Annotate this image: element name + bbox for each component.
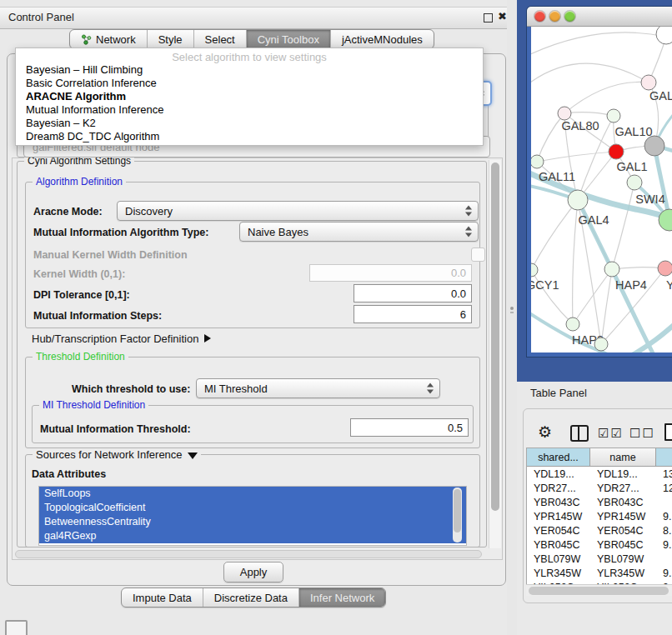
gear-icon[interactable]: ⚙ (538, 422, 552, 441)
network-window: GAL7GAL80GAL10GAL1GAL11SWI4GAL4GCY1HAP4Y… (527, 7, 672, 357)
sources-toggle[interactable]: Sources for Network Inference (33, 448, 201, 461)
minimize-traffic-light[interactable] (549, 11, 560, 22)
mi-threshold-value: 0.5 (448, 422, 463, 434)
network-node[interactable] (627, 175, 642, 190)
split-columns-icon[interactable] (570, 425, 589, 442)
network-node-gal1[interactable] (609, 144, 624, 159)
network-node-label: GAL10 (614, 125, 652, 138)
aracne-mode-value: Discovery (125, 205, 173, 218)
data-attribute-item[interactable]: SelfLoops (39, 487, 466, 501)
settings-vertical-scrollbar[interactable] (489, 160, 501, 548)
network-node[interactable] (656, 27, 672, 44)
table-cell: YPR145W (590, 511, 656, 522)
tab-label: Discretize Data (214, 592, 288, 604)
network-node-gal80[interactable] (558, 107, 571, 120)
table-row[interactable]: YDL19...YDL19...13 (527, 467, 672, 481)
network-node-gal7[interactable] (641, 75, 656, 90)
column-header[interactable]: shared... (527, 448, 590, 467)
data-attribute-item[interactable]: TopologicalCoefficient (39, 501, 466, 515)
table-cell: YDR27... (527, 482, 590, 494)
sources-title: Sources for Network Inference (36, 448, 183, 461)
splitter-handle[interactable] (510, 307, 514, 310)
network-node[interactable] (594, 338, 608, 351)
table-cell: YDL19... (527, 468, 590, 480)
kernel-width-label: Kernel Width (0,1): (33, 268, 125, 280)
network-canvas[interactable]: GAL7GAL80GAL10GAL1GAL11SWI4GAL4GCY1HAP4Y… (527, 27, 672, 357)
hub-definition-toggle[interactable]: Hub/Transcription Factor Definition (32, 332, 211, 345)
network-node-gal11[interactable] (531, 155, 544, 168)
tab-discretize-data[interactable]: Discretize Data (203, 588, 299, 607)
tab-select[interactable]: Select (194, 30, 247, 48)
panel-title: Control Panel (8, 11, 74, 23)
network-node-gal4[interactable] (568, 190, 588, 210)
aracne-mode-combobox[interactable]: Discovery (117, 201, 479, 221)
table-cell: YBR043C (527, 497, 590, 508)
tab-infer-network[interactable]: Infer Network (299, 588, 385, 607)
network-node-gal10[interactable] (607, 109, 620, 122)
panel-splitter[interactable] (507, 0, 517, 635)
minimized-panel-chip[interactable] (5, 620, 28, 635)
table-row[interactable]: YBR045CYBR045C9. (527, 538, 672, 552)
kernel-width-field[interactable]: 0.0 (309, 264, 472, 282)
data-attribute-item[interactable]: BetweennessCentrality (39, 515, 466, 529)
tab-cyni-toolbox[interactable]: Cyni Toolbox (247, 30, 331, 48)
column-header[interactable] (656, 448, 672, 467)
expand-arrow-icon (204, 334, 211, 342)
data-attribute-item[interactable]: gal4RGexp (39, 529, 466, 543)
network-node-gcy1[interactable] (531, 263, 538, 277)
network-node-y[interactable] (658, 261, 672, 276)
algorithm-option[interactable]: Bayesian – Hill Climbing (16, 63, 483, 77)
settings-horizontal-scrollbar[interactable] (13, 549, 487, 559)
tab-jactivemnodules[interactable]: jActiveMNodules (331, 30, 434, 48)
tab-network[interactable]: Network (70, 30, 148, 48)
column-header[interactable]: name (590, 448, 656, 467)
table-row[interactable]: YBL079WYBL079W (527, 552, 672, 566)
algorithm-option[interactable]: ARACNE Algorithm (16, 90, 483, 103)
data-attributes-list: SelfLoopsTopologicalCoefficientBetweenne… (38, 486, 467, 546)
select-all-checks-icon[interactable]: ☑☑ (598, 426, 624, 441)
network-node[interactable] (644, 136, 664, 156)
table-cell: 13 (656, 468, 672, 480)
algorithm-options: Bayesian – Hill ClimbingBasic Correlatio… (16, 63, 483, 143)
cyni-mode-tabs: Impute DataDiscretize DataInfer Network (121, 588, 386, 608)
float-window-icon[interactable] (484, 13, 493, 22)
table-row[interactable]: YER054CYER054C8. (527, 523, 672, 538)
close-panel-icon[interactable]: ✖ (498, 10, 507, 22)
tab-impute-data[interactable]: Impute Data (122, 588, 203, 607)
tab-style[interactable]: Style (148, 30, 194, 48)
stepper-icon (427, 383, 434, 394)
algorithm-option[interactable]: Bayesian – K2 (16, 117, 483, 130)
which-threshold-combobox[interactable]: MI Threshold (196, 378, 440, 398)
apply-button[interactable]: Apply (223, 562, 283, 582)
algorithm-option[interactable]: Mutual Information Inference (16, 103, 483, 117)
algorithm-option[interactable]: Dream8 DC_TDC Algorithm (16, 130, 483, 143)
table-cell: 8. (656, 525, 672, 537)
mi-steps-field[interactable]: 6 (354, 305, 472, 323)
mi-threshold-field[interactable]: 0.5 (350, 418, 469, 437)
table-row[interactable]: YPR145WYPR145W9. (527, 509, 672, 523)
network-icon (81, 34, 92, 45)
table-row[interactable]: YBR043CYBR043C (527, 495, 672, 509)
network-node-label: GAL4 (578, 213, 609, 227)
close-traffic-light[interactable] (534, 11, 545, 22)
algorithm-dropdown-placeholder: Select algorithm to view settings (16, 48, 483, 63)
table-cell: YBR045C (590, 539, 656, 551)
mi-algorithm-type-combobox[interactable]: Naive Bayes (239, 222, 479, 242)
attributes-scrollbar[interactable] (453, 488, 462, 542)
table-horizontal-scrollbar[interactable] (526, 584, 672, 596)
network-node-label: GAL80 (561, 119, 599, 132)
tab-label: Impute Data (133, 592, 192, 604)
network-window-titlebar[interactable] (527, 7, 672, 27)
manual-kernel-width-checkbox[interactable] (471, 248, 485, 262)
zoom-traffic-light[interactable] (564, 11, 575, 22)
table-cell: YDL19... (590, 468, 656, 480)
algorithm-option[interactable]: Basic Correlation Inference (16, 77, 483, 90)
deselect-all-checks-icon[interactable]: ☐☐ (629, 426, 655, 441)
network-node-hap2[interactable] (566, 318, 579, 331)
collapse-arrow-icon (188, 452, 198, 459)
network-node-hap4[interactable] (604, 262, 619, 277)
dpi-tolerance-field[interactable]: 0.0 (354, 284, 472, 302)
new-table-icon[interactable] (664, 423, 672, 441)
table-row[interactable]: YLR345WYLR345W9. (527, 566, 672, 580)
table-row[interactable]: YDR27...YDR27...12 (527, 481, 672, 495)
